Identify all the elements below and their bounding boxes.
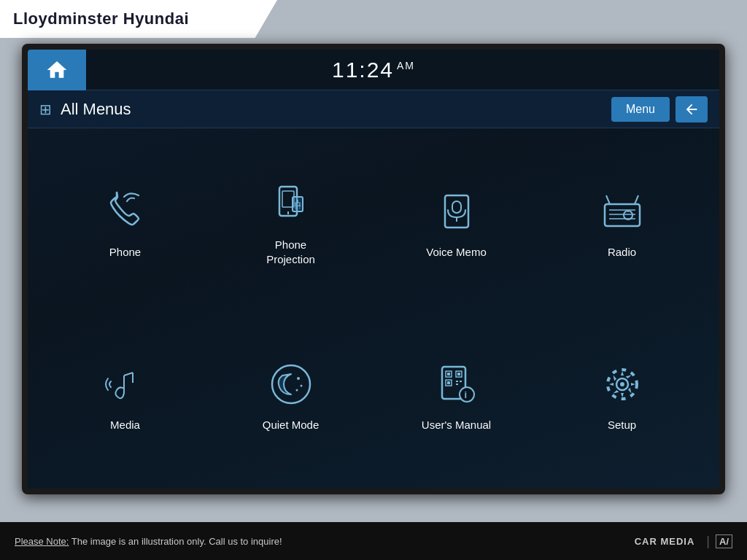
svg-rect-28 [447,373,450,376]
time-value: 11:24AM [332,58,415,82]
footer-bar: Please Note: The image is an illustratio… [0,522,747,560]
svg-rect-33 [456,384,458,385]
top-bar: 11:24AM [28,50,719,90]
menu-bar: ⊞ All Menus Menu [28,90,719,128]
svg-point-23 [295,389,298,391]
phone-label: Phone [109,245,141,260]
av-logo: A/ [716,534,732,548]
quiet-mode-icon [265,358,317,411]
menu-item-media[interactable]: Media [42,308,208,481]
users-manual-label: User's Manual [422,418,491,432]
media-icon [99,358,152,411]
svg-rect-7 [452,201,461,213]
footer-note-prefix: Please Note: [15,536,69,547]
back-button[interactable] [676,96,708,122]
svg-line-10 [606,195,610,204]
svg-point-20 [272,365,310,403]
phone-projection-icon: BT [265,178,317,230]
radio-label: Radio [608,245,636,260]
svg-rect-32 [460,381,462,382]
menu-item-phone[interactable]: Phone [42,136,208,308]
time-display: 11:24AM [86,58,661,82]
phone-projection-label: Phone Projection [266,238,315,266]
menu-item-quiet-mode[interactable]: Quiet Mode [208,308,374,481]
menu-item-phone-projection[interactable]: BT Phone Projection [208,136,374,308]
svg-rect-29 [457,373,460,376]
svg-point-37 [620,382,624,386]
screen: 11:24AM ⊞ All Menus Menu [28,50,719,489]
svg-line-18 [124,373,133,376]
home-icon [45,58,69,82]
svg-text:i: i [464,389,467,400]
svg-point-22 [300,384,302,386]
svg-text:BT: BT [295,205,302,210]
voice-memo-icon [430,185,483,238]
media-label: Media [110,418,140,432]
radio-icon [596,185,649,238]
footer-note: Please Note: The image is an illustratio… [15,536,635,547]
svg-point-21 [297,377,300,380]
menu-item-setup[interactable]: Setup [539,308,705,481]
menu-grid: Phone BT Phone [28,128,719,489]
back-icon [684,101,700,117]
phone-icon [99,185,152,238]
users-manual-icon: i [430,358,483,411]
voice-memo-label: Voice Memo [426,245,487,260]
svg-rect-31 [456,381,458,382]
setup-label: Setup [608,418,636,432]
menu-item-voice-memo[interactable]: Voice Memo [374,136,539,308]
quiet-mode-label: Quiet Mode [263,418,320,432]
home-button[interactable] [28,50,86,90]
svg-line-11 [635,195,638,204]
footer-divider: | [706,534,710,549]
screen-bezel: 11:24AM ⊞ All Menus Menu [22,44,725,494]
menu-button[interactable]: Menu [611,97,670,122]
dealer-name: Lloydminster Hyundai [13,9,189,28]
all-menus-label: All Menus [61,100,611,119]
setup-icon [596,358,649,411]
car-media-brand: CAR MEDIA [635,536,695,547]
grid-icon: ⊞ [39,101,52,118]
svg-rect-9 [605,204,640,226]
svg-rect-30 [447,381,450,384]
menu-item-users-manual[interactable]: i User's Manual [374,308,539,481]
dealer-banner: Lloydminster Hyundai [0,0,277,38]
menu-item-radio[interactable]: Radio [539,136,705,308]
